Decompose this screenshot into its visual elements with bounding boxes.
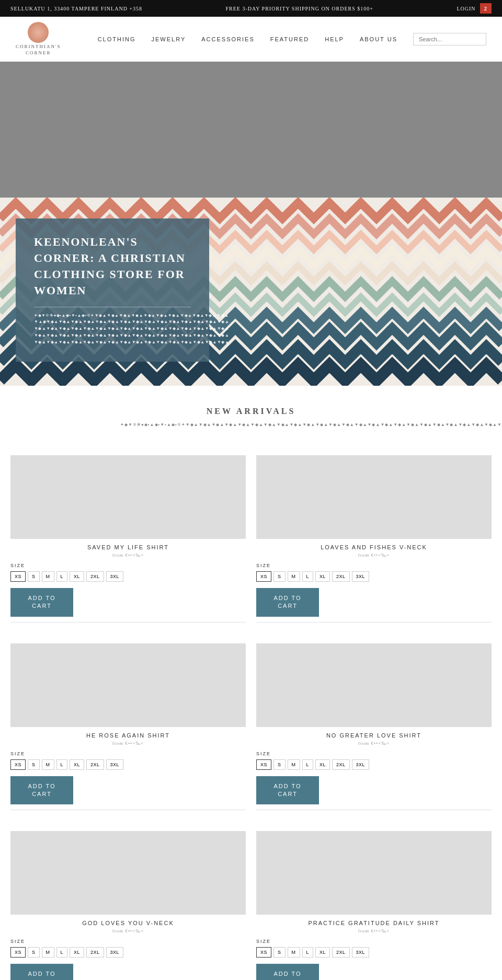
cart-badge[interactable]: 2 [480, 3, 492, 14]
nav-jewelry[interactable]: JEWELRY [151, 36, 186, 42]
add-to-cart-he-rose-again-shirt[interactable]: ADD TOCART [10, 776, 73, 805]
product-name-saved-my-life-shirt: SAVED MY LIFE SHIRT [10, 544, 246, 550]
product-image-god-loves-you-vneck [10, 831, 246, 915]
nav-clothing[interactable]: CLOTHING [98, 36, 136, 42]
product-name-practice-gratitude-daily-shirt: PRACTICE GRATITUDE DAILY SHIRT [256, 920, 492, 926]
size-m-2[interactable]: M [288, 571, 300, 582]
size-2xl-6[interactable]: 2XL [332, 947, 350, 958]
size-s-6[interactable]: S [273, 947, 286, 958]
products-row-2: HE ROSE AGAIN SHIRT from €••×‰× SIZE XS … [10, 643, 492, 816]
product-image-loaves-fishes-vneck [256, 455, 492, 539]
size-l-2[interactable]: L [302, 571, 314, 582]
nav-accessories[interactable]: ACCESSORIES [201, 36, 254, 42]
size-l-5[interactable]: L [56, 947, 68, 958]
chevron-banner: KEENONLEAN'S CORNER: A CHRISTIAN CLOTHIN… [0, 198, 502, 386]
add-to-cart-practice-gratitude-daily-shirt[interactable]: ADD TOCART [256, 964, 319, 980]
add-to-cart-no-greater-love-shirt[interactable]: ADD TOCART [256, 776, 319, 805]
product-image-no-greater-love-shirt [256, 643, 492, 727]
size-3xl-4[interactable]: 3XL [352, 759, 370, 770]
size-s-2[interactable]: S [273, 571, 286, 582]
size-xl-2[interactable]: XL [315, 571, 330, 582]
size-3xl-2[interactable]: 3XL [352, 571, 370, 582]
product-card-practice-gratitude-daily-shirt: PRACTICE GRATITUDE DAILY SHIRT from €••×… [256, 831, 492, 980]
product-image-practice-gratitude-daily-shirt [256, 831, 492, 915]
product-name-loaves-fishes-vneck: LOAVES AND FISHES V-NECK [256, 544, 492, 550]
size-label-6: SIZE [256, 939, 492, 944]
size-m-3[interactable]: M [42, 759, 54, 770]
product-card-no-greater-love-shirt: NO GREATER LOVE SHIRT from €••×‰× SIZE X… [256, 643, 492, 816]
search-container [413, 33, 486, 45]
nav-about[interactable]: ABOUT US [360, 36, 397, 42]
size-buttons-5: XS S M L XL 2XL 3XL [10, 947, 246, 958]
size-s-4[interactable]: S [273, 759, 286, 770]
products-grid: SAVED MY LIFE SHIRT from €••×‰× SIZE XS … [0, 450, 502, 980]
size-label-5: SIZE [10, 939, 246, 944]
login-button[interactable]: LOGIN [457, 6, 475, 11]
size-3xl-1[interactable]: 3XL [106, 571, 124, 582]
size-buttons-6: XS S M L XL 2XL 3XL [256, 947, 492, 958]
product-price-loaves-fishes-vneck: from €••×‰× [256, 552, 492, 558]
size-m-5[interactable]: M [42, 947, 54, 958]
nav-featured[interactable]: FEATURED [270, 36, 309, 42]
size-s-5[interactable]: S [28, 947, 40, 958]
add-to-cart-god-loves-you-vneck[interactable]: ADD TOCART [10, 964, 73, 980]
product-name-god-loves-you-vneck: GOD LOVES YOU V-NECK [10, 920, 246, 926]
product-name-he-rose-again-shirt: HE ROSE AGAIN SHIRT [10, 732, 246, 739]
product-price-god-loves-you-vneck: from €••×‰× [10, 928, 246, 933]
size-3xl-5[interactable]: 3XL [106, 947, 124, 958]
size-label-1: SIZE [10, 563, 246, 568]
size-xl-6[interactable]: XL [315, 947, 330, 958]
product-image-he-rose-again-shirt [10, 643, 246, 727]
product-card-saved-my-life-shirt: SAVED MY LIFE SHIRT from €••×‰× SIZE XS … [10, 455, 246, 628]
size-l-6[interactable]: L [302, 947, 314, 958]
size-s-1[interactable]: S [28, 571, 40, 582]
size-l-3[interactable]: L [56, 759, 68, 770]
size-2xl-5[interactable]: 2XL [86, 947, 104, 958]
size-xs-1[interactable]: XS [10, 571, 26, 582]
size-buttons-3: XS S M L XL 2XL 3XL [10, 759, 246, 770]
size-2xl-2[interactable]: 2XL [332, 571, 350, 582]
size-xs-2[interactable]: XS [256, 571, 271, 582]
size-m-6[interactable]: M [288, 947, 300, 958]
add-to-cart-saved-my-life-shirt[interactable]: ADD TOCART [10, 588, 73, 617]
product-name-no-greater-love-shirt: NO GREATER LOVE SHIRT [256, 732, 492, 739]
top-bar: SELLUKATU 1, 33400 TAMPERE FINLAND +358 … [0, 0, 502, 17]
size-xs-4[interactable]: XS [256, 759, 271, 770]
size-label-2: SIZE [256, 563, 492, 568]
shipping-text: FREE 3-DAY PRIORITY SHIPPING ON ORDERS $… [142, 6, 457, 11]
main-nav: CORINTHIAN'S corner CLOTHING JEWELRY ACC… [0, 17, 502, 62]
size-xl-3[interactable]: XL [70, 759, 84, 770]
size-2xl-1[interactable]: 2XL [86, 571, 104, 582]
size-s-3[interactable]: S [28, 759, 40, 770]
chevron-title: KEENONLEAN'S CORNER: A CHRISTIAN CLOTHIN… [34, 234, 191, 298]
add-to-cart-loaves-fishes-vneck[interactable]: ADD TOCART [256, 588, 319, 617]
size-xs-5[interactable]: XS [10, 947, 26, 958]
size-m-4[interactable]: M [288, 759, 300, 770]
product-price-practice-gratitude-daily-shirt: from €••×‰× [256, 928, 492, 933]
size-xl-5[interactable]: XL [70, 947, 84, 958]
size-3xl-6[interactable]: 3XL [352, 947, 370, 958]
nav-links: CLOTHING JEWELRY ACCESSORIES FEATURED HE… [82, 36, 413, 42]
product-card-loaves-fishes-vneck: LOAVES AND FISHES V-NECK from €••×‰× SIZ… [256, 455, 492, 628]
size-2xl-3[interactable]: 2XL [86, 759, 104, 770]
size-xl-1[interactable]: XL [70, 571, 84, 582]
size-buttons-4: XS S M L XL 2XL 3XL [256, 759, 492, 770]
logo[interactable]: CORINTHIAN'S corner [16, 22, 61, 56]
address-text: SELLUKATU 1, 33400 TAMPERE FINLAND +358 [10, 6, 142, 11]
size-buttons-1: XS S M L XL 2XL 3XL [10, 571, 246, 582]
size-xl-4[interactable]: XL [315, 759, 330, 770]
search-input[interactable] [413, 33, 486, 45]
size-xs-6[interactable]: XS [256, 947, 271, 958]
hero-image [0, 62, 502, 198]
size-l-4[interactable]: L [302, 759, 314, 770]
nav-help[interactable]: HELP [325, 36, 344, 42]
product-card-god-loves-you-vneck: GOD LOVES YOU V-NECK from €••×‰× SIZE XS… [10, 831, 246, 980]
chevron-body: ✦◆▼❊❋●◆▪▲◆▪▼▪▲◆▪❊✦▼◆▲▼◆▲▼◆▲▼◆▲▼◆▲▼◆▲▼◆▲▼… [34, 313, 191, 346]
chevron-overlay: KEENONLEAN'S CORNER: A CHRISTIAN CLOTHIN… [16, 218, 209, 361]
size-3xl-3[interactable]: 3XL [106, 759, 124, 770]
size-xs-3[interactable]: XS [10, 759, 26, 770]
size-2xl-4[interactable]: 2XL [332, 759, 350, 770]
size-m-1[interactable]: M [42, 571, 54, 582]
size-l-1[interactable]: L [56, 571, 68, 582]
size-label-4: SIZE [256, 751, 492, 756]
